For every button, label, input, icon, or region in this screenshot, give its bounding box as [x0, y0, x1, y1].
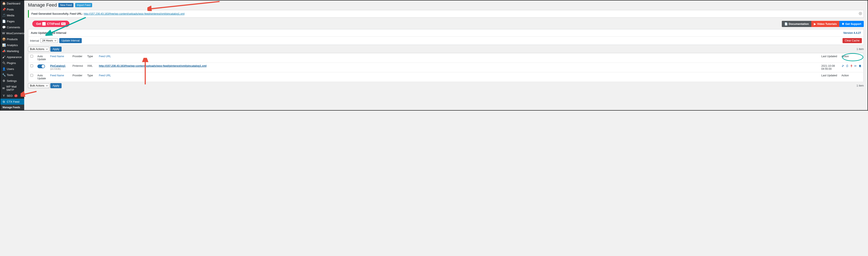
- plugin-icon: 🔌: [2, 61, 5, 65]
- version-text: Version 4.4.27: [843, 31, 861, 34]
- media-icon: 🎵: [2, 13, 5, 17]
- type-cell: XML: [85, 63, 97, 72]
- col-feed-url[interactable]: Feed URL: [97, 53, 819, 63]
- analytics-icon: 📊: [2, 44, 5, 47]
- col-auto-update: Auto Update: [35, 53, 48, 63]
- pin-icon: 📌: [2, 8, 5, 11]
- pro-badge: Pro: [61, 23, 66, 25]
- bulk-actions-top-select[interactable]: Bulk Actions: [28, 47, 50, 52]
- new-feed-button[interactable]: New Feed: [58, 3, 73, 7]
- sidebar-item-users[interactable]: 👤Users: [0, 66, 24, 72]
- mail-icon: ✉: [2, 87, 5, 90]
- interval-select[interactable]: 24 Hours: [40, 38, 58, 43]
- feeds-table: Auto Update Feed Name Provider Type Feed…: [28, 53, 864, 82]
- import-feed-button[interactable]: Import Feed: [75, 3, 92, 7]
- col-auto-update-foot: Auto Update: [35, 72, 48, 82]
- copy-icon[interactable]: [859, 64, 861, 67]
- admin-sidebar: 🏠Dashboard 📌Posts 🎵Media 📄Pages 💬Comment…: [0, 0, 24, 110]
- user-icon: 👤: [2, 67, 5, 70]
- success-notice: Feed Generated Successfully. Feed URL: h…: [28, 10, 864, 18]
- marketing-icon: 📣: [2, 49, 5, 53]
- sidebar-item-analytics[interactable]: 📊Analytics: [0, 42, 24, 48]
- get-support-button[interactable]: ❋Get Support: [839, 21, 864, 27]
- woo-icon: W: [2, 31, 5, 35]
- seo-badge: 2: [14, 94, 18, 97]
- tool-icon: 🔧: [2, 73, 5, 77]
- sidebar-item-dashboard[interactable]: 🏠Dashboard: [0, 0, 24, 6]
- col-action: Action: [839, 53, 864, 63]
- apply-top-button[interactable]: Apply: [50, 47, 62, 52]
- item-count-bottom: 1 item: [857, 84, 864, 87]
- sidebar-item-plugins[interactable]: 🔌Plugins: [0, 60, 24, 66]
- sidebar-item-marketing[interactable]: 📣Marketing: [0, 48, 24, 54]
- page-title: Manage Feed: [28, 2, 57, 8]
- item-count-top: 1 item: [857, 48, 864, 51]
- row-checkbox[interactable]: [30, 64, 33, 67]
- brush-icon: 🖌: [2, 55, 5, 59]
- dashboard-icon: 🏠: [2, 2, 5, 5]
- feed-url-link[interactable]: http://157.230.43.163/free/wp-content/up…: [99, 64, 207, 67]
- documentation-button[interactable]: 📄Documentation: [782, 21, 811, 27]
- col-last-updated-foot: Last Updated: [819, 72, 839, 82]
- clear-cache-button[interactable]: Clear Cache: [842, 38, 862, 43]
- product-icon: 📦: [2, 37, 5, 41]
- open-icon[interactable]: [841, 64, 844, 67]
- provider-cell: Pinterest: [70, 63, 85, 72]
- sidebar-item-settings[interactable]: ⚙Settings: [0, 78, 24, 84]
- doc-icon: 📄: [784, 22, 788, 26]
- sidebar-item-appearance[interactable]: 🖌Appearance: [0, 54, 24, 60]
- update-interval-button[interactable]: Update Interval: [59, 38, 82, 43]
- notice-prefix: Feed Generated Successfully. Feed URL:: [31, 12, 84, 15]
- col-feed-url-foot[interactable]: Feed URL: [97, 72, 819, 82]
- col-feed-name-foot[interactable]: Feed Name: [48, 72, 70, 82]
- apply-bottom-button[interactable]: Apply: [50, 83, 62, 88]
- col-action-foot: Action: [839, 72, 864, 82]
- interval-panel-title: Auto Update Feed Interval: [31, 31, 66, 34]
- interval-label: Interval: [30, 39, 39, 42]
- sidebar-item-wpmailsmtp[interactable]: ✉WP Mail SMTP: [0, 84, 24, 93]
- feed-icon: ⧉: [2, 100, 5, 103]
- interval-panel: Auto Update Feed Interval Version 4.4.27…: [28, 29, 864, 45]
- refresh-icon[interactable]: [846, 64, 849, 67]
- feed-id: (id:21636): [50, 67, 61, 70]
- notice-url-link[interactable]: http://157.230.43.163/free/wp-content/up…: [84, 12, 185, 15]
- page-icon: 📄: [2, 20, 5, 23]
- select-all-checkbox-bottom[interactable]: [30, 74, 33, 77]
- sidebar-item-tools[interactable]: 🔧Tools: [0, 72, 24, 78]
- col-type: Type: [85, 53, 97, 63]
- download-icon[interactable]: [854, 64, 857, 67]
- seo-icon: Y: [2, 94, 5, 97]
- bulk-actions-bottom-select[interactable]: Bulk Actions: [28, 83, 50, 88]
- sidebar-item-ctxfeed[interactable]: ⧉CTX Feed: [0, 99, 24, 105]
- table-row: PinCatalog1(id:21636) Pinterest XML http…: [28, 63, 864, 72]
- sidebar-item-seo[interactable]: YSEO2: [0, 93, 24, 99]
- col-provider-foot: Provider: [70, 72, 85, 82]
- sidebar-item-media[interactable]: 🎵Media: [0, 12, 24, 18]
- sidebar-item-manage-feeds[interactable]: Manage Feeds: [0, 105, 24, 110]
- col-type-foot: Type: [85, 72, 97, 82]
- support-icon: ❋: [842, 22, 844, 26]
- feed-name-link[interactable]: PinCatalog1: [50, 64, 65, 67]
- select-all-checkbox-top[interactable]: [30, 55, 33, 58]
- col-last-updated: Last Updated: [819, 53, 839, 63]
- sidebar-item-woocommerce[interactable]: WWooCommerce: [0, 30, 24, 36]
- updated-cell: 2021-10-08 04:55:00: [819, 63, 839, 72]
- get-pro-button[interactable]: Get CTXFeedPro: [32, 21, 69, 27]
- sidebar-item-pages[interactable]: 📄Pages: [0, 18, 24, 24]
- delete-icon[interactable]: [850, 64, 853, 67]
- dismiss-notice-button[interactable]: [859, 12, 862, 16]
- col-provider: Provider: [70, 53, 85, 63]
- col-feed-name[interactable]: Feed Name: [48, 53, 70, 63]
- sidebar-item-comments[interactable]: 💬Comments: [0, 24, 24, 30]
- auto-update-toggle[interactable]: [37, 64, 45, 68]
- video-tutorials-button[interactable]: ▶Video Tutorials: [811, 21, 839, 27]
- comment-icon: 💬: [2, 26, 5, 29]
- ctxfeed-logo-icon: [42, 22, 45, 26]
- video-icon: ▶: [814, 22, 816, 26]
- sidebar-item-posts[interactable]: 📌Posts: [0, 6, 24, 12]
- settings-icon: ⚙: [2, 79, 5, 83]
- sidebar-item-products[interactable]: 📦Products: [0, 36, 24, 42]
